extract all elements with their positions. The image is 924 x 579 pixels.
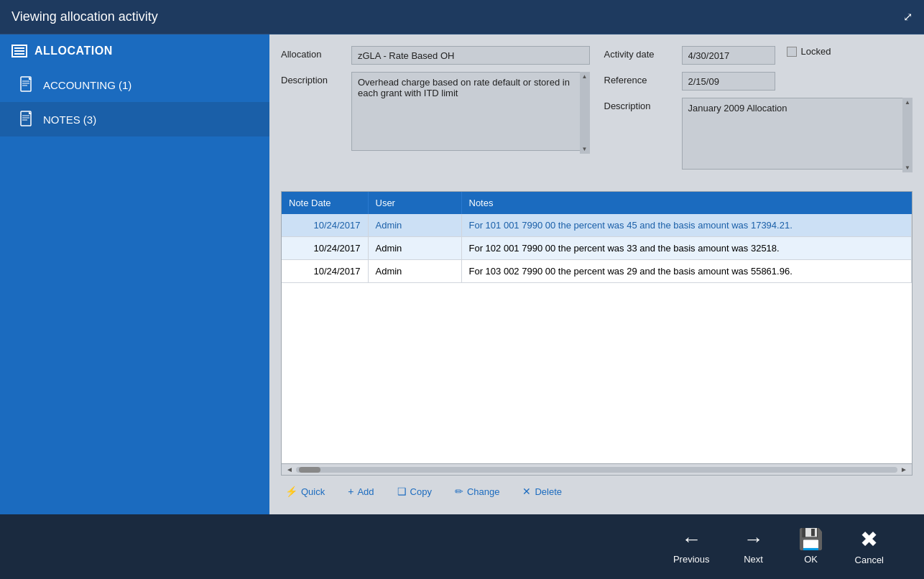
quick-button[interactable]: ⚡ Quick [281, 483, 329, 500]
row3-date: 10/24/2017 [282, 260, 368, 283]
add-label: Add [357, 486, 374, 497]
sidebar: ALLOCATION ACCOUNTING (1) NOTES (3) [0, 34, 269, 514]
right-description-textarea[interactable]: January 2009 Allocation [682, 98, 913, 170]
activity-date-label: Activity date [604, 46, 676, 60]
notes-table: Note Date User Notes 10/24/2017 Admin Fo… [282, 192, 912, 283]
activity-date-row: Activity date Locked [604, 46, 913, 65]
notes-doc-icon [20, 111, 34, 128]
add-icon: + [348, 486, 354, 497]
sidebar-header: ALLOCATION [0, 34, 269, 68]
row1-date: 10/24/2017 [282, 214, 368, 237]
copy-button[interactable]: ❑ Copy [393, 483, 436, 500]
delete-label: Delete [535, 486, 562, 497]
copy-icon: ❑ [397, 486, 407, 497]
next-button[interactable]: → Next [729, 524, 779, 570]
table-row[interactable]: 10/24/2017 Admin For 101 001 7990 00 the… [282, 214, 912, 237]
locked-area: Locked [787, 46, 831, 57]
locked-checkbox[interactable] [787, 47, 797, 57]
add-button[interactable]: + Add [343, 483, 378, 500]
scroll-thumb[interactable] [299, 467, 320, 473]
main-content: ALLOCATION ACCOUNTING (1) NOTES (3) [0, 34, 924, 514]
reference-label: Reference [604, 72, 676, 85]
delete-icon: ✕ [522, 486, 531, 497]
title-bar: Viewing allocation activity ⤢ [0, 0, 924, 34]
col-user: User [368, 192, 461, 214]
right-description-label: Description [604, 98, 676, 111]
right-scroll-up[interactable]: ▲ [905, 99, 910, 106]
scroll-left-btn[interactable]: ◄ [283, 465, 296, 473]
maximize-icon[interactable]: ⤢ [903, 10, 913, 24]
allocation-label: Allocation [281, 46, 346, 60]
table-header-row: Note Date User Notes [282, 192, 912, 214]
sidebar-item-notes-label: NOTES (3) [43, 114, 96, 126]
next-label: Next [744, 554, 763, 565]
next-icon: → [744, 529, 764, 550]
reference-input[interactable] [682, 72, 775, 91]
form-area: Allocation Description ▲ ▼ [281, 46, 913, 180]
sidebar-item-accounting-label: ACCOUNTING (1) [43, 79, 131, 91]
right-description-wrapper: January 2009 Allocation ▲ ▼ [682, 98, 913, 172]
row3-user: Admin [368, 260, 461, 283]
allocation-icon [11, 45, 27, 57]
scroll-up-arrow[interactable]: ▲ [582, 73, 588, 80]
cancel-button[interactable]: ✖ Cancel [844, 523, 895, 571]
ok-icon: 💾 [798, 529, 823, 550]
accounting-doc-icon [20, 76, 34, 93]
quick-icon: ⚡ [285, 486, 297, 497]
bottom-bar: ← Previous → Next 💾 OK ✖ Cancel [0, 514, 924, 579]
description-textarea-wrapper: ▲ ▼ [351, 72, 590, 154]
allocation-row: Allocation [281, 46, 590, 65]
table-horizontal-scrollbar[interactable]: ◄ ► [282, 463, 912, 475]
ok-button[interactable]: 💾 OK [786, 524, 836, 570]
ok-label: OK [804, 554, 818, 565]
table-scroll-area[interactable]: Note Date User Notes 10/24/2017 Admin Fo… [282, 192, 912, 463]
locked-label: Locked [801, 46, 831, 57]
row1-notes: For 101 001 7990 00 the percent was 45 a… [461, 214, 912, 237]
description-label: Description [281, 72, 346, 85]
change-label: Change [467, 486, 500, 497]
scroll-track [296, 467, 897, 473]
previous-label: Previous [673, 554, 710, 565]
row2-user: Admin [368, 237, 461, 260]
previous-button[interactable]: ← Previous [662, 524, 721, 570]
right-scroll-down[interactable]: ▼ [905, 165, 910, 171]
row1-user: Admin [368, 214, 461, 237]
toolbar: ⚡ Quick + Add ❑ Copy ✏ Change ✕ Delete [281, 476, 913, 503]
row2-date: 10/24/2017 [282, 237, 368, 260]
sidebar-item-notes[interactable]: NOTES (3) [0, 102, 269, 136]
scroll-right-btn[interactable]: ► [897, 465, 910, 473]
table-row[interactable]: 10/24/2017 Admin For 103 002 7990 00 the… [282, 260, 912, 283]
previous-icon: ← [681, 529, 701, 550]
cancel-icon: ✖ [860, 529, 878, 550]
description-scrollbar[interactable]: ▲ ▼ [580, 72, 590, 154]
quick-label: Quick [301, 486, 325, 497]
col-note-date: Note Date [282, 192, 368, 214]
table-row[interactable]: 10/24/2017 Admin For 102 001 7990 00 the… [282, 237, 912, 260]
row2-notes: For 102 001 7990 00 the percent was 33 a… [461, 237, 912, 260]
reference-row: Reference [604, 72, 913, 91]
delete-button[interactable]: ✕ Delete [518, 483, 566, 500]
cancel-label: Cancel [855, 555, 884, 565]
sidebar-item-accounting[interactable]: ACCOUNTING (1) [0, 68, 269, 102]
content-panel: Allocation Description ▲ ▼ [269, 34, 924, 514]
notes-table-container: Note Date User Notes 10/24/2017 Admin Fo… [281, 191, 913, 476]
col-notes: Notes [461, 192, 912, 214]
description-row: Description ▲ ▼ [281, 72, 590, 154]
right-description-scrollbar[interactable]: ▲ ▼ [902, 98, 913, 172]
form-left: Allocation Description ▲ ▼ [281, 46, 590, 180]
allocation-input[interactable] [351, 46, 590, 65]
change-button[interactable]: ✏ Change [451, 483, 504, 500]
right-description-row: Description January 2009 Allocation ▲ ▼ [604, 98, 913, 172]
sidebar-title: ALLOCATION [34, 45, 113, 57]
form-right: Activity date Locked Reference Descripti… [604, 46, 913, 180]
window-title: Viewing allocation activity [11, 9, 158, 24]
description-textarea[interactable] [351, 72, 590, 151]
activity-date-input[interactable] [682, 46, 775, 65]
change-icon: ✏ [455, 486, 463, 497]
copy-label: Copy [410, 486, 432, 497]
scroll-down-arrow[interactable]: ▼ [582, 146, 588, 152]
row3-notes: For 103 002 7990 00 the percent was 29 a… [461, 260, 912, 283]
